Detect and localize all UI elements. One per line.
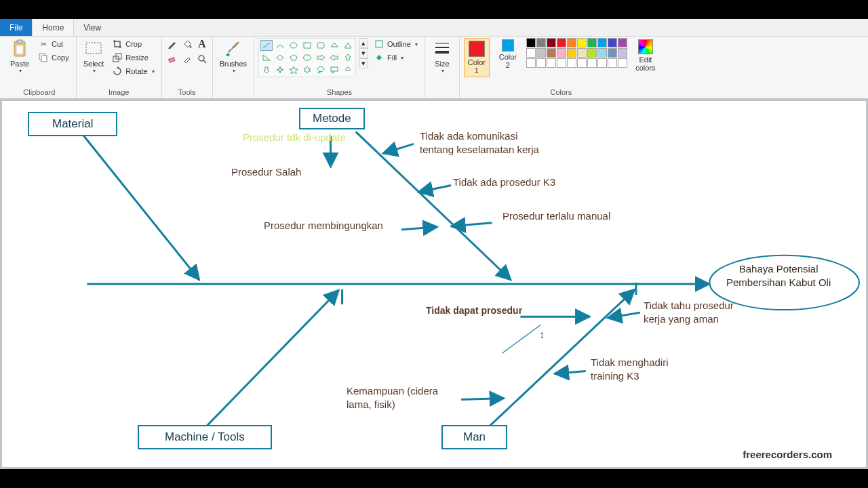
- svg-line-44: [451, 223, 492, 226]
- shape-callout-cloud[interactable]: [342, 64, 354, 75]
- fill-button[interactable]: Fill ▾: [371, 52, 420, 64]
- eraser-tool[interactable]: [166, 53, 178, 65]
- shape-larrow[interactable]: [328, 52, 340, 63]
- shapes-scroll-up[interactable]: ▴: [359, 38, 368, 48]
- resize-button[interactable]: Resize: [109, 52, 157, 64]
- magnifier-tool[interactable]: [196, 53, 208, 65]
- svg-rect-13: [304, 43, 311, 48]
- shapes-more[interactable]: ▾: [359, 58, 368, 68]
- color2-button[interactable]: Color 2: [495, 38, 521, 70]
- shape-triangle[interactable]: [342, 40, 354, 51]
- shape-oval[interactable]: [288, 40, 300, 51]
- color-swatch[interactable]: [618, 38, 627, 47]
- shape-roundrect[interactable]: [315, 40, 327, 51]
- menu-file[interactable]: File: [0, 19, 32, 36]
- rotate-button[interactable]: Rotate ▾: [109, 65, 157, 77]
- chevron-down-icon: ▾: [19, 68, 22, 74]
- color-swatch[interactable]: [587, 38, 597, 47]
- color-swatch[interactable]: [577, 38, 587, 47]
- color-swatch[interactable]: [547, 38, 556, 47]
- shape-rtriangle[interactable]: [260, 52, 273, 63]
- shape-hexagon[interactable]: [301, 52, 313, 63]
- shape-line[interactable]: [260, 40, 273, 51]
- svg-point-10: [199, 56, 204, 61]
- picker-tool[interactable]: [181, 53, 193, 65]
- shape-callout-rect[interactable]: [328, 64, 340, 75]
- size-button[interactable]: Size ▾: [429, 38, 455, 75]
- svg-text:↕: ↕: [539, 329, 545, 340]
- text-tool[interactable]: A: [196, 38, 208, 50]
- shape-darrow[interactable]: [260, 64, 273, 75]
- color-swatch[interactable]: [608, 48, 617, 58]
- scissors-icon: ✂: [38, 39, 49, 49]
- shape-curve[interactable]: [274, 40, 286, 51]
- color-swatch[interactable]: [526, 38, 536, 47]
- svg-line-43: [418, 186, 451, 192]
- group-tools: A Tools: [162, 37, 213, 98]
- shape-polygon[interactable]: [328, 40, 340, 51]
- color-swatch[interactable]: [547, 58, 556, 68]
- shapes-gallery[interactable]: [258, 38, 356, 77]
- color-swatch[interactable]: [567, 48, 576, 58]
- canvas[interactable]: ↕ Material Metode Machine / Tools Man Pr…: [2, 101, 866, 467]
- brushes-button[interactable]: Brushes ▾: [217, 38, 250, 75]
- svg-line-49: [461, 399, 504, 400]
- select-button[interactable]: Select ▾: [81, 38, 107, 75]
- color-swatch[interactable]: [557, 58, 566, 68]
- color-swatch[interactable]: [618, 58, 627, 68]
- shape-4star[interactable]: [274, 64, 286, 75]
- color-swatch[interactable]: [547, 48, 556, 58]
- crop-button[interactable]: Crop: [109, 38, 157, 50]
- color-swatch[interactable]: [567, 58, 576, 68]
- color-swatch[interactable]: [587, 48, 597, 58]
- cut-button[interactable]: ✂ Cut: [35, 38, 72, 50]
- group-brushes: Brushes ▾: [213, 37, 254, 98]
- color-swatch[interactable]: [597, 38, 607, 47]
- color-swatch[interactable]: [536, 48, 546, 58]
- fill-tool[interactable]: [181, 38, 193, 50]
- color-swatch[interactable]: [557, 38, 566, 47]
- shape-rarrow[interactable]: [315, 52, 327, 63]
- color-swatch[interactable]: [557, 48, 566, 58]
- svg-point-8: [189, 46, 191, 48]
- pencil-tool[interactable]: [166, 38, 178, 50]
- copy-button[interactable]: Copy: [35, 52, 72, 64]
- color-swatch[interactable]: [526, 48, 536, 58]
- color-swatch[interactable]: [536, 58, 546, 68]
- shape-callout-round[interactable]: [315, 64, 327, 75]
- color-swatch[interactable]: [577, 48, 587, 58]
- color-swatch[interactable]: [608, 58, 617, 68]
- rotate-icon: [112, 66, 123, 77]
- color-swatch[interactable]: [577, 58, 587, 68]
- label-prosedur-manual: Prosedur terlalu manual: [502, 209, 610, 223]
- shape-pentagon[interactable]: [288, 52, 300, 63]
- menu-tab-view[interactable]: View: [74, 19, 111, 36]
- paste-button[interactable]: Paste ▾: [7, 38, 33, 75]
- color1-button[interactable]: Color 1: [464, 38, 490, 77]
- svg-marker-22: [330, 55, 338, 60]
- edit-colors-button[interactable]: Edit colors: [633, 38, 658, 73]
- menu-tab-home[interactable]: Home: [32, 19, 74, 36]
- select-icon: [84, 39, 103, 58]
- shape-uarrow[interactable]: [342, 52, 354, 63]
- shape-rect[interactable]: [301, 40, 313, 51]
- color-swatch[interactable]: [608, 38, 617, 47]
- color-swatch[interactable]: [526, 58, 536, 68]
- color-swatch[interactable]: [618, 48, 627, 58]
- outline-button[interactable]: Outline ▾: [371, 38, 420, 50]
- color-swatch[interactable]: [536, 38, 546, 47]
- svg-rect-14: [317, 43, 324, 48]
- svg-rect-2: [16, 45, 23, 54]
- group-colors-label: Colors: [464, 87, 658, 98]
- color-swatch[interactable]: [597, 58, 607, 68]
- shapes-scroll-down[interactable]: ▾: [359, 48, 368, 58]
- color-swatch[interactable]: [587, 58, 597, 68]
- shape-diamond[interactable]: [274, 52, 286, 63]
- color-swatch[interactable]: [597, 48, 607, 58]
- color-swatch[interactable]: [567, 38, 576, 47]
- svg-line-47: [608, 312, 640, 318]
- size-icon: [433, 39, 452, 58]
- svg-marker-23: [345, 54, 351, 60]
- shape-5star[interactable]: [288, 64, 300, 75]
- shape-6star[interactable]: [301, 64, 313, 75]
